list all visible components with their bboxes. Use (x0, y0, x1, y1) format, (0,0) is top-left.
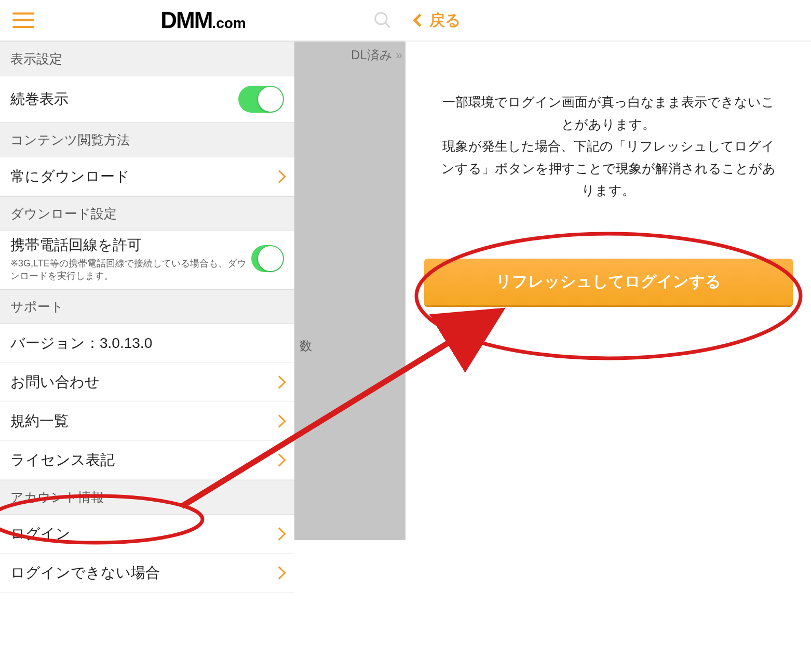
drawer-body: DL済み » 数 表示設定 続巻表示 コンテンツ閲覧方法 常にダウンロード ダウ… (0, 42, 406, 593)
settings-list: 表示設定 続巻表示 コンテンツ閲覧方法 常にダウンロード ダウンロード設定 携帯… (0, 42, 294, 593)
dl-filter-chip[interactable]: DL済み » (351, 47, 399, 63)
chevron-right-icon (273, 527, 286, 540)
section-header-support: サポート (0, 289, 294, 324)
section-header-display: 表示設定 (0, 42, 294, 76)
cellular-subtext: ※3G,LTE等の携帯電話回線で接続している場合も、ダウンロードを実行します。 (10, 257, 251, 283)
row-cannot-login[interactable]: ログインできない場合 (0, 554, 294, 593)
back-label: 戻る (429, 10, 461, 31)
chevron-right-icon (273, 453, 286, 466)
logo-text-small: .com (212, 15, 246, 32)
chevron-left-icon (413, 14, 426, 26)
backdrop-text: 数 (300, 338, 312, 354)
logo-text-big: DMM (160, 7, 212, 33)
logo: DMM .com (160, 7, 246, 33)
version-label: バージョン：3.0.13.0 (10, 333, 152, 353)
back-button[interactable]: 戻る (415, 10, 461, 31)
sequel-display-label: 続巻表示 (10, 89, 69, 109)
cellular-title: 携帯電話回線を許可 (10, 235, 251, 255)
section-header-account: アカウント情報 (0, 480, 294, 515)
info-text: 一部環境でログイン画面が真っ白なまま表示できないことがあります。 現象が発生した… (406, 42, 811, 201)
drawer-backdrop: DL済み » 数 (294, 42, 406, 540)
chevron-right-icon (273, 566, 286, 579)
chevron-right-icon (273, 414, 286, 427)
row-sequel-display: 続巻表示 (0, 76, 294, 123)
row-always-download[interactable]: 常にダウンロード (0, 157, 294, 196)
row-cellular-allow: 携帯電話回線を許可 ※3G,LTE等の携帯電話回線で接続している場合も、ダウンロ… (0, 231, 294, 289)
header-bar: DMM .com (0, 0, 406, 42)
license-label: ライセンス表記 (10, 450, 115, 470)
section-header-download: ダウンロード設定 (0, 196, 294, 231)
row-version: バージョン：3.0.13.0 (0, 324, 294, 363)
login-label: ログイン (10, 524, 71, 544)
sequel-display-toggle[interactable] (238, 86, 284, 113)
refresh-login-button[interactable]: リフレッシュしてログインする (424, 259, 793, 305)
left-panel: DMM .com DL済み » 数 表示設定 続巻表示 コンテンツ閲覧方法 (0, 0, 406, 672)
menu-icon[interactable] (12, 12, 34, 28)
row-login[interactable]: ログイン (0, 515, 294, 554)
cannot-login-label: ログインできない場合 (10, 563, 160, 583)
chevron-right-icon (273, 375, 286, 388)
right-panel: 戻る 一部環境でログイン画面が真っ白なまま表示できないことがあります。 現象が発… (406, 0, 811, 672)
cellular-toggle[interactable] (251, 245, 284, 272)
right-header: 戻る (406, 0, 811, 42)
dl-filter-label: DL済み (351, 47, 393, 63)
chevron-right-icon (273, 170, 286, 183)
row-license[interactable]: ライセンス表記 (0, 441, 294, 480)
svg-point-0 (375, 13, 387, 24)
contact-label: お問い合わせ (10, 372, 100, 392)
row-contact[interactable]: お問い合わせ (0, 363, 294, 402)
section-header-viewing: コンテンツ閲覧方法 (0, 123, 294, 157)
terms-label: 規約一覧 (10, 411, 69, 431)
always-download-label: 常にダウンロード (10, 167, 130, 186)
search-icon[interactable] (372, 10, 393, 31)
row-terms[interactable]: 規約一覧 (0, 402, 294, 441)
svg-line-1 (386, 23, 390, 28)
